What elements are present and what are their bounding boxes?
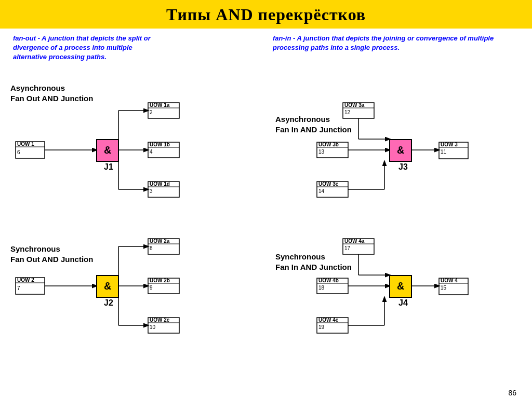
svg-text:UOW 1d: UOW 1d bbox=[150, 181, 170, 187]
async-fanout-svg: UOW 1 6 & J1 UOW 1a 2 UOW 1b 4 UOW 1d 3 bbox=[0, 29, 239, 226]
svg-text:UOW 2: UOW 2 bbox=[17, 277, 34, 283]
svg-text:13: 13 bbox=[318, 149, 325, 155]
svg-text:UOW 4b: UOW 4b bbox=[318, 278, 339, 283]
svg-text:UOW 1b: UOW 1b bbox=[150, 142, 170, 147]
sync-fanout-svg: UOW 2 7 & J2 UOW 2a 8 UOW 2b 9 UOW 2c 10 bbox=[0, 226, 239, 397]
svg-text:14: 14 bbox=[318, 188, 325, 194]
svg-text:UOW 3: UOW 3 bbox=[441, 142, 458, 147]
svg-text:J1: J1 bbox=[104, 162, 113, 171]
svg-text:9: 9 bbox=[150, 285, 153, 291]
svg-text:UOW 1: UOW 1 bbox=[17, 141, 34, 147]
svg-text:18: 18 bbox=[318, 285, 325, 291]
svg-text:11: 11 bbox=[441, 149, 447, 155]
page-title: Типы AND перекрёстков bbox=[0, 0, 532, 29]
svg-text:UOW 3c: UOW 3c bbox=[318, 181, 339, 187]
async-fanin-svg: UOW 3a 12 UOW 3b 13 UOW 3c 14 & J3 UOW 3… bbox=[249, 29, 520, 226]
svg-text:UOW 3b: UOW 3b bbox=[318, 142, 339, 147]
svg-text:&: & bbox=[104, 144, 111, 156]
svg-text:UOW 3a: UOW 3a bbox=[344, 102, 365, 108]
svg-text:10: 10 bbox=[150, 324, 156, 330]
svg-text:J4: J4 bbox=[398, 298, 408, 307]
svg-text:UOW 2b: UOW 2b bbox=[150, 278, 170, 283]
svg-text:UOW 4a: UOW 4a bbox=[344, 238, 365, 244]
svg-text:J2: J2 bbox=[104, 298, 113, 307]
svg-text:UOW 2a: UOW 2a bbox=[150, 238, 170, 244]
svg-text:UOW 2c: UOW 2c bbox=[150, 317, 170, 323]
svg-text:2: 2 bbox=[150, 109, 153, 115]
svg-text:&: & bbox=[397, 280, 404, 292]
svg-text:19: 19 bbox=[318, 324, 325, 330]
svg-text:3: 3 bbox=[150, 188, 153, 194]
svg-text:UOW 4: UOW 4 bbox=[441, 278, 458, 283]
svg-text:15: 15 bbox=[441, 285, 447, 291]
svg-text:12: 12 bbox=[344, 109, 351, 115]
svg-text:UOW 4c: UOW 4c bbox=[318, 317, 339, 323]
svg-text:7: 7 bbox=[17, 285, 20, 291]
svg-text:8: 8 bbox=[150, 245, 153, 251]
svg-text:J3: J3 bbox=[398, 162, 408, 171]
svg-text:UOW 1a: UOW 1a bbox=[150, 102, 170, 108]
sync-fanin-svg: UOW 4a 17 UOW 4b 18 UOW 4c 19 & J4 UOW 4… bbox=[249, 226, 520, 397]
svg-text:&: & bbox=[104, 280, 111, 292]
svg-text:&: & bbox=[397, 144, 404, 156]
svg-text:4: 4 bbox=[150, 149, 153, 155]
page-number: 86 bbox=[508, 389, 516, 397]
svg-text:17: 17 bbox=[344, 245, 351, 251]
svg-text:6: 6 bbox=[17, 149, 20, 155]
